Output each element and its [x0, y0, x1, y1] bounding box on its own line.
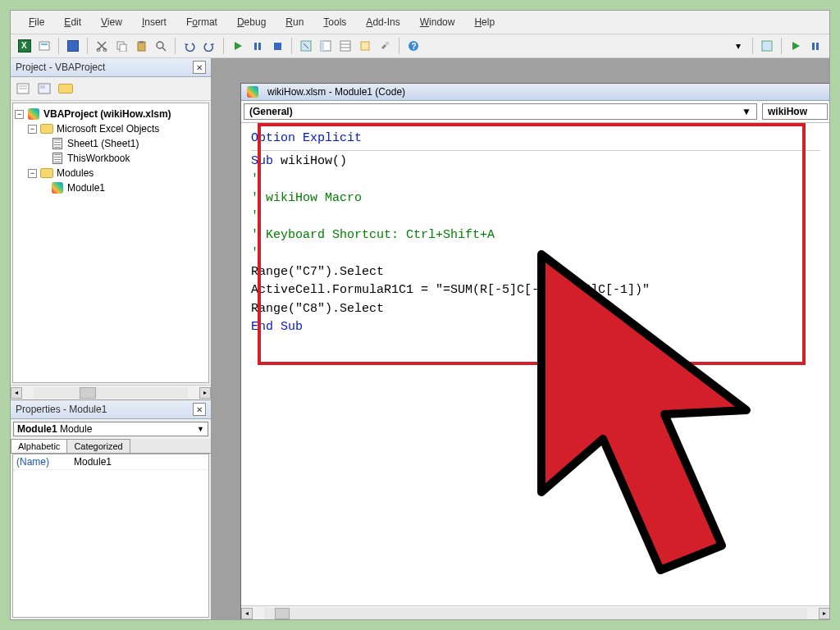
- tree-module1[interactable]: Module1: [15, 180, 207, 195]
- svg-rect-23: [762, 41, 772, 51]
- svg-rect-25: [816, 43, 819, 50]
- tree-group-excel-objects[interactable]: − Microsoft Excel Objects: [15, 121, 207, 136]
- svg-rect-20: [386, 42, 389, 45]
- chevron-down-icon: ▼: [197, 425, 204, 433]
- code-line: ': [251, 244, 820, 263]
- paste-icon[interactable]: [132, 37, 150, 55]
- stop-icon[interactable]: [268, 37, 286, 55]
- scroll-left-icon[interactable]: ◂: [241, 608, 253, 619]
- cut-icon[interactable]: [93, 37, 111, 55]
- tab-categorized[interactable]: Categorized: [66, 439, 130, 453]
- project-scrollbar[interactable]: ◂ ▸: [11, 385, 211, 399]
- pause-2-icon[interactable]: [806, 37, 824, 55]
- object-dropdown[interactable]: (General) ▼: [244, 103, 757, 120]
- properties-grid[interactable]: (Name) Module1: [12, 454, 209, 618]
- close-icon[interactable]: ✕: [193, 403, 206, 416]
- object-browser-icon[interactable]: [356, 37, 374, 55]
- menu-view[interactable]: View: [91, 14, 132, 30]
- tab-alphabetic[interactable]: Alphabetic: [11, 439, 67, 453]
- svg-rect-24: [812, 43, 815, 50]
- code-line: End Sub: [251, 320, 303, 334]
- folder-icon: [40, 167, 53, 179]
- help-icon[interactable]: ?: [404, 37, 422, 55]
- find-icon[interactable]: [152, 37, 170, 55]
- menu-edit[interactable]: Edit: [54, 14, 91, 30]
- excel-icon[interactable]: [16, 37, 34, 55]
- menu-tools[interactable]: Tools: [313, 14, 356, 30]
- copy-icon[interactable]: [112, 37, 130, 55]
- properties-tabs: Alphabetic Categorized: [11, 439, 211, 454]
- view-object-icon[interactable]: [35, 80, 53, 98]
- tree-sheet1[interactable]: Sheet1 (Sheet1): [15, 136, 207, 151]
- code-editor[interactable]: Option Explicit Sub wikiHow() ' ' wikiHo…: [241, 123, 829, 605]
- tree-group-modules[interactable]: − Modules: [15, 166, 207, 180]
- procedure-dropdown-value: wikiHow: [768, 106, 807, 117]
- project-panel-title: Project - VBAProject ✕: [11, 58, 211, 77]
- vba-project-icon: [27, 108, 40, 120]
- tree-root-label: VBAProject (wikiHow.xlsm): [43, 108, 171, 120]
- design-mode-icon[interactable]: [297, 37, 315, 55]
- tree-thisworkbook[interactable]: ThisWorkbook: [15, 151, 207, 166]
- property-value[interactable]: Module1: [71, 454, 208, 469]
- project-explorer-icon[interactable]: [317, 37, 335, 55]
- properties-object-select[interactable]: Module1 Module ▼: [13, 422, 208, 436]
- run-icon[interactable]: [229, 37, 247, 55]
- insert-module-icon[interactable]: [35, 37, 53, 55]
- close-icon[interactable]: ✕: [193, 61, 206, 74]
- main-toolbar: ? ▾: [11, 34, 829, 58]
- code-line: ': [251, 208, 820, 226]
- properties-object-type: Module: [60, 423, 92, 435]
- property-row[interactable]: (Name) Module1: [13, 454, 208, 470]
- svg-text:?: ?: [412, 42, 417, 51]
- code-line: Option Explicit: [251, 131, 362, 145]
- scroll-thumb[interactable]: [275, 608, 290, 619]
- code-line: ' Keyboard Shortcut: Ctrl+Shift+A: [251, 226, 820, 245]
- menu-insert[interactable]: Insert: [132, 14, 176, 30]
- svg-rect-30: [40, 85, 45, 89]
- project-panel-toolbar: [11, 77, 211, 101]
- toolbar-chevron-icon[interactable]: ▾: [729, 37, 747, 55]
- code-scrollbar[interactable]: ◂ ▸: [241, 605, 829, 619]
- redo-icon[interactable]: [200, 37, 218, 55]
- collapse-icon[interactable]: −: [28, 125, 37, 134]
- toolbox-icon[interactable]: [376, 37, 394, 55]
- module-icon: [246, 86, 259, 98]
- scroll-right-icon[interactable]: ▸: [819, 608, 829, 619]
- property-key: (Name): [13, 454, 71, 469]
- undo-icon[interactable]: [180, 37, 199, 55]
- collapse-icon[interactable]: −: [15, 110, 24, 119]
- menu-run[interactable]: Run: [276, 14, 313, 30]
- menubar: File Edit View Insert Format Debug Run T…: [11, 11, 829, 34]
- properties-object-name: Module1: [17, 423, 57, 435]
- scroll-right-icon[interactable]: ▸: [199, 387, 211, 399]
- svg-rect-0: [39, 42, 49, 50]
- scroll-left-icon[interactable]: ◂: [11, 387, 22, 399]
- design-mode-2-icon[interactable]: [758, 37, 776, 55]
- code-line: Range("C7").Select: [251, 263, 820, 282]
- collapse-icon[interactable]: −: [28, 169, 37, 178]
- folder-icon[interactable]: [57, 80, 75, 98]
- workbook-icon: [51, 153, 64, 164]
- project-tree[interactable]: − VBAProject (wikiHow.xlsm) − Microsoft …: [12, 103, 209, 383]
- properties-panel-title: Properties - Module1 ✕: [11, 400, 211, 419]
- properties-panel-title-text: Properties - Module1: [16, 404, 107, 415]
- module-icon: [51, 182, 64, 194]
- menu-help[interactable]: Help: [464, 14, 504, 30]
- menu-debug[interactable]: Debug: [227, 14, 276, 30]
- object-dropdown-value: (General): [249, 106, 293, 117]
- code-line: wikiHow(): [273, 154, 347, 168]
- tree-root[interactable]: − VBAProject (wikiHow.xlsm): [15, 107, 207, 121]
- menu-window[interactable]: Window: [410, 14, 465, 30]
- svg-rect-19: [361, 42, 369, 50]
- scroll-thumb[interactable]: [80, 387, 96, 399]
- menu-addins[interactable]: Add-Ins: [356, 14, 409, 30]
- menu-file[interactable]: File: [19, 14, 54, 30]
- view-code-icon[interactable]: [14, 80, 32, 98]
- svg-rect-16: [340, 41, 350, 51]
- save-icon[interactable]: [64, 37, 82, 55]
- properties-window-icon[interactable]: [336, 37, 354, 55]
- menu-format[interactable]: Format: [176, 14, 227, 30]
- run-2-icon[interactable]: [787, 37, 805, 55]
- pause-icon[interactable]: [249, 37, 267, 55]
- procedure-dropdown[interactable]: wikiHow: [762, 103, 828, 120]
